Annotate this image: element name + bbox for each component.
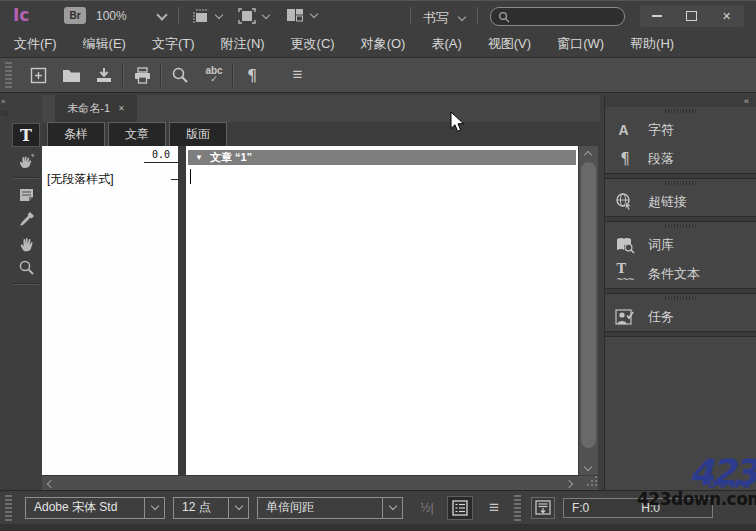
separator — [605, 331, 756, 337]
bar-menu-button[interactable]: ≡ — [489, 498, 500, 518]
line-numbers-toggle[interactable]: ½| — [417, 501, 437, 515]
hyperlink-icon — [614, 192, 636, 212]
menu-help[interactable]: 帮助(H) — [630, 35, 674, 53]
position-tool-button[interactable] — [12, 149, 40, 173]
resize-grip-icon[interactable] — [591, 484, 593, 486]
find-button[interactable] — [168, 63, 192, 87]
info-column-toggle[interactable] — [447, 496, 473, 520]
story-header-bar[interactable]: ▼ 文章 “1” — [188, 150, 576, 165]
scroll-right-icon[interactable] — [565, 480, 573, 488]
horizontal-scrollbar[interactable] — [42, 475, 598, 490]
collapse-dock-icon[interactable]: « — [744, 96, 748, 106]
open-button[interactable] — [59, 63, 83, 87]
panel-button-character[interactable]: A 字符 — [605, 115, 756, 144]
arrange-documents-button[interactable] — [286, 8, 317, 22]
panel-grip[interactable] — [605, 179, 756, 187]
vertical-scrollbar-thumb[interactable] — [581, 162, 596, 448]
tab-layout-view[interactable]: 版面 — [169, 122, 227, 146]
menu-type[interactable]: 文字(T) — [152, 35, 195, 53]
panel-grip[interactable] — [1, 111, 9, 116]
maximize-button[interactable] — [677, 5, 707, 27]
panel-button-assignments[interactable]: 任务 — [605, 302, 756, 331]
font-size-dropdown[interactable]: 12 点 — [173, 497, 249, 519]
menu-object[interactable]: 对象(O) — [361, 35, 406, 53]
bar-grip[interactable] — [5, 495, 12, 521]
separator — [410, 7, 411, 25]
chevron-down-icon — [262, 10, 270, 18]
document-tab-strip: 未命名-1 ✕ — [42, 95, 600, 122]
type-tool-button[interactable]: T — [12, 123, 40, 147]
screen-mode-button[interactable] — [238, 8, 269, 24]
workspace-switcher[interactable]: 书写 — [423, 9, 469, 27]
vertical-scrollbar[interactable] — [578, 146, 598, 475]
menu-view[interactable]: 视图(V) — [488, 35, 531, 53]
scroll-down-icon[interactable] — [584, 463, 592, 471]
dropdown-button[interactable] — [144, 498, 164, 518]
menu-table[interactable]: 表(A) — [431, 35, 461, 53]
leading-value: 单倍间距 — [258, 499, 382, 516]
toolbar-grip[interactable] — [5, 62, 12, 88]
show-hidden-characters-button[interactable]: ¶ — [240, 63, 264, 87]
chevron-down-icon — [150, 502, 158, 510]
copyfit-progress-field: F:0 H:0 — [563, 498, 713, 518]
scroll-left-icon[interactable] — [47, 480, 55, 488]
bridge-button[interactable]: Br — [64, 7, 86, 24]
collapse-triangle-icon[interactable]: ▼ — [195, 153, 203, 162]
document-tab[interactable]: 未命名-1 ✕ — [55, 95, 137, 122]
toolbar-menu-button[interactable]: ≡ — [286, 63, 310, 87]
menu-edit[interactable]: 编辑(E) — [83, 35, 126, 53]
font-family-dropdown[interactable]: Adobe 宋体 Std — [25, 497, 165, 519]
search-input[interactable] — [490, 7, 625, 26]
dropdown-button[interactable] — [228, 498, 248, 518]
zoom-tool-button[interactable] — [12, 255, 40, 279]
leading-dropdown[interactable]: 单倍间距 — [257, 497, 403, 519]
menu-notes[interactable]: 附注(N) — [221, 35, 265, 53]
copyfit-button[interactable] — [531, 497, 555, 519]
expand-panel-icon[interactable]: » — [1, 97, 4, 106]
menu-window[interactable]: 窗口(W) — [557, 35, 604, 53]
scroll-up-icon[interactable] — [584, 151, 592, 159]
panel-button-hyperlinks[interactable]: 超链接 — [605, 187, 756, 216]
story-editor[interactable]: ▼ 文章 “1” — [186, 146, 578, 475]
print-button[interactable] — [130, 63, 154, 87]
tools-panel: T — [10, 95, 42, 490]
chevron-down-icon — [234, 502, 242, 510]
tab-galley-view[interactable]: 条样 — [47, 122, 105, 146]
panel-button-conditional-text[interactable]: T~~~ 条件文本 — [605, 259, 756, 288]
search-icon — [171, 66, 189, 84]
tab-story-view[interactable]: 文章 — [108, 122, 166, 146]
menu-changes[interactable]: 更改(C) — [291, 35, 335, 53]
eyedropper-tool-button[interactable] — [12, 207, 40, 231]
dropdown-button[interactable] — [382, 498, 402, 518]
zoom-level-dropdown[interactable]: 100% — [96, 9, 166, 23]
info-column-divider[interactable] — [178, 146, 186, 475]
character-icon: A — [614, 120, 636, 140]
new-document-button[interactable] — [26, 63, 50, 87]
save-button[interactable] — [92, 63, 116, 87]
panel-button-thesaurus[interactable]: 词库 — [605, 230, 756, 259]
spellcheck-button[interactable]: abc ✓ — [202, 63, 226, 87]
panel-grip[interactable] — [605, 222, 756, 230]
close-button[interactable]: ✕ — [712, 5, 742, 27]
view-tab-strip: 条样 文章 版面 — [42, 122, 600, 146]
separator — [122, 63, 124, 87]
app-toolbar: abc ✓ ¶ ≡ — [0, 58, 756, 93]
note-icon — [18, 187, 35, 203]
menu-file[interactable]: 文件(F) — [14, 35, 57, 53]
line-tick — [171, 179, 178, 180]
minimize-button[interactable] — [642, 5, 672, 27]
panel-grip[interactable] — [605, 294, 756, 302]
separator — [178, 7, 179, 25]
panel-button-paragraph[interactable]: ¶ 段落 — [605, 144, 756, 173]
separator — [477, 7, 478, 25]
new-document-icon — [30, 67, 47, 84]
bar-grip[interactable] — [514, 495, 521, 521]
paragraph-icon: ¶ — [614, 149, 636, 169]
assignments-icon — [614, 307, 636, 327]
note-tool-button[interactable] — [12, 183, 40, 207]
panel-grip[interactable] — [605, 107, 756, 115]
text-caret — [190, 169, 191, 184]
view-options-button[interactable] — [190, 8, 222, 24]
tab-close-icon[interactable]: ✕ — [118, 104, 125, 113]
hand-tool-button[interactable] — [12, 231, 40, 255]
